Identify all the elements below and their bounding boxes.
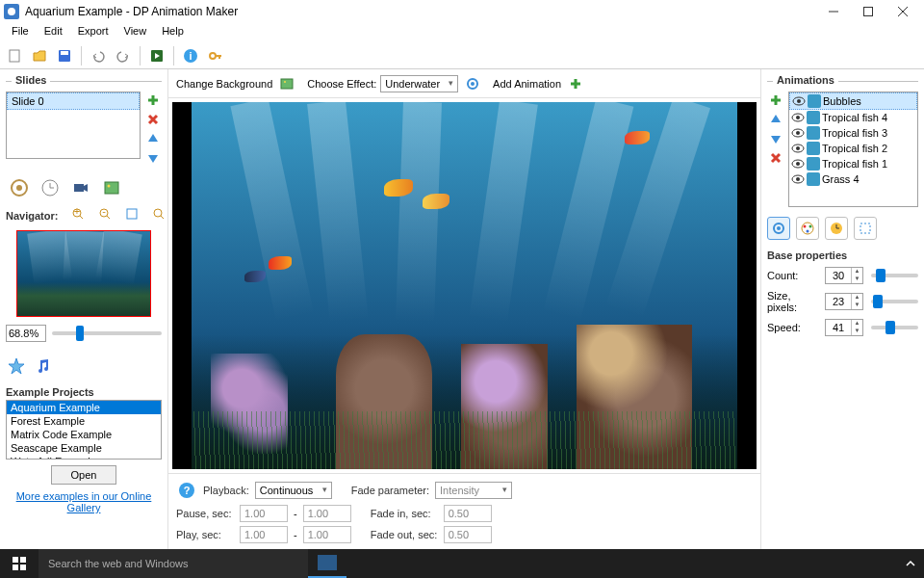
fade-out-input[interactable]: [444, 526, 492, 543]
menu-export[interactable]: Export: [70, 23, 116, 42]
zoom-fit-button[interactable]: [121, 203, 142, 224]
example-item[interactable]: Matrix Code Example: [7, 428, 161, 441]
change-bg-icon[interactable]: [276, 73, 297, 94]
star-icon[interactable]: [6, 355, 27, 377]
svg-rect-20: [74, 184, 84, 192]
key-button[interactable]: [205, 45, 226, 66]
count-spinner[interactable]: ▲▼: [825, 267, 863, 284]
export-button[interactable]: [146, 45, 167, 66]
anim-up-button[interactable]: [767, 111, 784, 128]
animation-item[interactable]: Tropical fish 3: [789, 125, 917, 141]
play-min-input[interactable]: [240, 526, 288, 543]
svg-rect-64: [318, 555, 337, 570]
svg-point-55: [807, 230, 809, 233]
menu-file[interactable]: File: [4, 23, 37, 42]
eye-icon[interactable]: [792, 95, 806, 107]
fish-icon: [269, 256, 292, 270]
image-icon[interactable]: [100, 176, 123, 199]
eye-icon[interactable]: [791, 143, 805, 154]
slides-list[interactable]: Slide 0: [6, 92, 141, 159]
help-icon[interactable]: ?: [176, 480, 197, 501]
prop-tab-color[interactable]: [796, 217, 819, 240]
eye-icon[interactable]: [791, 173, 805, 185]
zoom-in-button[interactable]: +: [67, 203, 89, 224]
example-item[interactable]: Seascape Example: [7, 441, 161, 455]
add-animation-icon[interactable]: [565, 73, 586, 94]
zoom-value[interactable]: 68.8%: [6, 325, 46, 342]
examples-list[interactable]: Aquarium ExampleForest ExampleMatrix Cod…: [6, 400, 162, 460]
camera-icon[interactable]: [69, 176, 92, 199]
animation-item[interactable]: Grass 4: [789, 171, 917, 187]
save-button[interactable]: [54, 45, 75, 66]
pause-min-input[interactable]: [240, 505, 288, 522]
info-button[interactable]: i: [180, 45, 201, 66]
taskbar-app-icon[interactable]: [308, 549, 346, 578]
zoom-out-button[interactable]: -: [94, 203, 116, 224]
eye-icon[interactable]: [791, 158, 805, 170]
eye-icon[interactable]: [791, 127, 805, 139]
slide-up-button[interactable]: [144, 130, 162, 147]
speed-slider[interactable]: [871, 326, 918, 329]
play-max-input[interactable]: [303, 526, 351, 543]
redo-button[interactable]: [113, 45, 134, 66]
clock-icon[interactable]: [38, 176, 62, 199]
playback-mode-select[interactable]: Continuous: [255, 482, 332, 499]
delete-anim-button[interactable]: [767, 149, 784, 167]
example-item[interactable]: Forest Example: [7, 414, 161, 428]
size-slider[interactable]: [871, 300, 918, 303]
zoom-slider[interactable]: [52, 331, 162, 335]
delete-slide-button[interactable]: [144, 111, 162, 128]
menu-view[interactable]: View: [116, 23, 155, 42]
wheel-icon[interactable]: [8, 176, 31, 199]
animations-list[interactable]: BubblesTropical fish 4Tropical fish 3Tro…: [788, 92, 918, 207]
fade-in-input[interactable]: [444, 505, 492, 522]
maximize-button[interactable]: [851, 0, 886, 23]
effect-settings-icon[interactable]: [462, 73, 483, 94]
count-slider[interactable]: [871, 274, 918, 277]
open-file-button[interactable]: [29, 45, 50, 66]
slide-item[interactable]: Slide 0: [7, 92, 140, 110]
close-button[interactable]: [886, 0, 920, 23]
menu-help[interactable]: Help: [154, 23, 192, 42]
prop-tab-area[interactable]: [854, 217, 877, 240]
add-slide-button[interactable]: [144, 92, 162, 109]
prop-tab-time[interactable]: [825, 217, 848, 240]
count-label: Count:: [767, 270, 821, 281]
slide-down-button[interactable]: [144, 149, 162, 167]
size-spinner[interactable]: ▲▼: [825, 293, 863, 310]
example-item[interactable]: Aquarium Example: [7, 401, 161, 414]
zoom-actual-button[interactable]: [148, 203, 169, 224]
animation-item[interactable]: Tropical fish 2: [789, 141, 917, 156]
add-anim-button[interactable]: [767, 92, 784, 109]
open-example-button[interactable]: Open: [51, 465, 117, 485]
taskbar-search[interactable]: Search the web and Windows: [38, 549, 308, 578]
minimize-button[interactable]: [816, 0, 851, 23]
fade-param-select[interactable]: Intensity: [435, 482, 512, 499]
prop-tab-base[interactable]: [767, 217, 790, 240]
pause-max-input[interactable]: [303, 505, 351, 522]
animation-item[interactable]: Tropical fish 4: [789, 110, 917, 125]
canvas[interactable]: [172, 102, 757, 469]
window-title: Aquarium Example - DP Animation Maker: [25, 5, 816, 18]
music-icon[interactable]: [33, 355, 54, 377]
svg-rect-29: [127, 209, 137, 219]
menu-edit[interactable]: Edit: [37, 23, 70, 42]
navigator-preview[interactable]: [16, 230, 151, 317]
undo-button[interactable]: [88, 45, 109, 66]
change-bg-label[interactable]: Change Background: [176, 78, 272, 90]
new-file-button[interactable]: [4, 45, 25, 66]
anim-down-button[interactable]: [767, 130, 784, 147]
speed-spinner[interactable]: ▲▼: [825, 319, 863, 336]
eye-icon[interactable]: [791, 112, 805, 123]
add-animation-label[interactable]: Add Animation: [493, 78, 561, 90]
svg-point-35: [471, 82, 475, 86]
tray-chevron-icon[interactable]: [897, 558, 924, 569]
gallery-link[interactable]: More examples in our Online Gallery: [6, 490, 162, 513]
effect-select[interactable]: Underwater: [380, 75, 458, 92]
animation-item[interactable]: Bubbles: [789, 92, 917, 110]
svg-text:i: i: [189, 50, 192, 62]
start-button[interactable]: [0, 549, 38, 578]
example-item[interactable]: Waterfall Example: [7, 455, 161, 460]
svg-rect-8: [61, 51, 68, 55]
animation-item[interactable]: Tropical fish 1: [789, 156, 917, 171]
